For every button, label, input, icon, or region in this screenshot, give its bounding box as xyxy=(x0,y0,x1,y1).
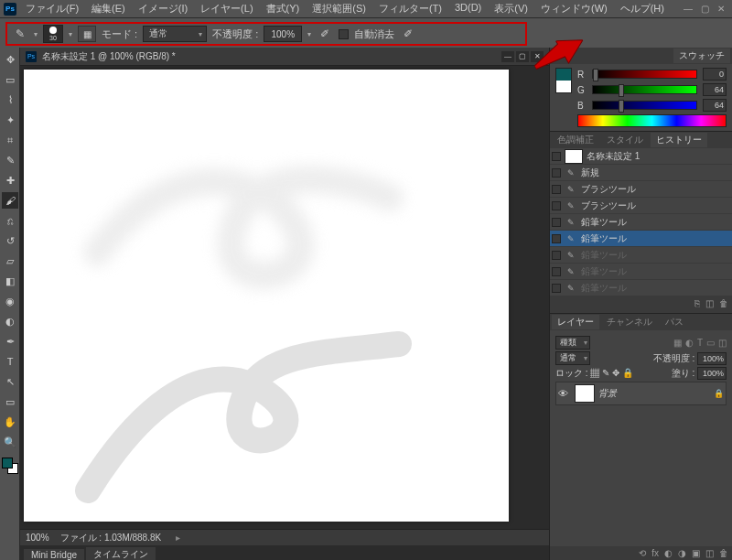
layer-kind-filter[interactable]: 種類 xyxy=(555,336,590,350)
color-sample[interactable] xyxy=(555,68,572,93)
layer-name[interactable]: 背景 xyxy=(598,387,710,400)
crop-tool-icon[interactable]: ⌗ xyxy=(2,132,18,148)
history-step[interactable]: ✎鉛筆ツール xyxy=(550,231,732,247)
canvas[interactable] xyxy=(24,70,509,522)
lock-paint-icon[interactable]: ✎ xyxy=(602,368,609,378)
menu-window[interactable]: ウィンドウ(W) xyxy=(537,1,611,16)
blur-tool-icon[interactable]: ◉ xyxy=(2,293,18,309)
path-select-tool-icon[interactable]: ↖ xyxy=(2,373,18,390)
close-icon[interactable]: ✕ xyxy=(714,3,728,16)
brush-preset-dropdown-icon[interactable]: ▾ xyxy=(69,30,72,38)
fx-icon[interactable]: fx xyxy=(651,548,659,560)
filter-adjust-icon[interactable]: ◐ xyxy=(685,338,694,348)
history-step[interactable]: ✎鉛筆ツール xyxy=(550,280,732,296)
pencil-tool-icon[interactable]: ✎ xyxy=(12,26,28,42)
blend-mode-select[interactable]: 通常 xyxy=(143,26,207,42)
canvas-viewport[interactable] xyxy=(20,66,549,529)
b-value[interactable]: 64 xyxy=(703,99,727,112)
new-layer-icon[interactable]: ◫ xyxy=(705,548,714,560)
filter-type-icon[interactable]: T xyxy=(697,338,703,348)
menu-type[interactable]: 書式(Y) xyxy=(263,1,304,16)
eraser-tool-icon[interactable]: ▱ xyxy=(2,253,18,269)
lock-all-icon[interactable]: 🔒 xyxy=(622,368,633,378)
history-check[interactable] xyxy=(552,218,561,227)
filter-shape-icon[interactable]: ▭ xyxy=(706,338,715,348)
type-tool-icon[interactable]: T xyxy=(2,353,18,370)
history-source-check[interactable] xyxy=(552,152,561,161)
lock-trans-icon[interactable]: ▦ xyxy=(590,368,599,378)
menu-filter[interactable]: フィルター(T) xyxy=(375,1,446,16)
healing-tool-icon[interactable]: ✚ xyxy=(2,172,18,188)
zoom-tool-icon[interactable]: 🔍 xyxy=(2,434,18,450)
menu-image[interactable]: イメージ(I) xyxy=(135,1,191,16)
trash-icon[interactable]: 🗑 xyxy=(719,298,728,311)
menu-view[interactable]: 表示(V) xyxy=(490,1,532,16)
marquee-tool-icon[interactable]: ▭ xyxy=(2,71,18,88)
tab-swatches[interactable]: スウォッチ xyxy=(673,48,730,63)
minimize-icon[interactable]: — xyxy=(681,3,695,16)
menu-select[interactable]: 選択範囲(S) xyxy=(308,1,370,16)
history-step[interactable]: ✎鉛筆ツール xyxy=(550,247,732,264)
visibility-icon[interactable]: 👁 xyxy=(558,388,571,399)
tab-mini-bridge[interactable]: Mini Bridge xyxy=(24,549,84,561)
doc-close-icon[interactable]: ✕ xyxy=(531,51,544,62)
history-check[interactable] xyxy=(552,251,561,260)
zoom-value[interactable]: 100% xyxy=(26,533,49,543)
history-step[interactable]: ✎ブラシツール xyxy=(550,198,732,214)
doc-maximize-icon[interactable]: ▢ xyxy=(516,51,529,62)
lock-move-icon[interactable]: ✥ xyxy=(612,368,619,378)
menu-edit[interactable]: 編集(E) xyxy=(88,1,129,16)
tab-channels[interactable]: チャンネル xyxy=(601,315,658,329)
tab-timeline[interactable]: タイムライン xyxy=(86,547,156,560)
document-tab[interactable]: Ps 名称未設定 1 @ 100% (RGB/8) * — ▢ ✕ xyxy=(20,48,549,66)
history-brush-tool-icon[interactable]: ↺ xyxy=(2,232,18,249)
brush-panel-toggle-icon[interactable]: ▦ xyxy=(78,26,96,42)
b-slider[interactable] xyxy=(592,101,697,110)
shape-tool-icon[interactable]: ▭ xyxy=(2,393,18,410)
snapshot-icon[interactable]: ⎘ xyxy=(694,298,700,311)
new-snapshot-icon[interactable]: ◫ xyxy=(705,298,714,311)
brush-preset-preview[interactable]: 30 xyxy=(43,25,63,43)
r-slider[interactable] xyxy=(592,70,697,79)
opacity-input[interactable]: 100% xyxy=(264,26,302,42)
eyedropper-tool-icon[interactable]: ✎ xyxy=(2,152,18,168)
stamp-tool-icon[interactable]: ⎌ xyxy=(2,212,18,229)
doc-minimize-icon[interactable]: — xyxy=(501,51,514,62)
pressure-opacity-icon[interactable]: ✐ xyxy=(317,26,333,42)
blend-mode-layers[interactable]: 通常 xyxy=(555,351,590,365)
quick-select-tool-icon[interactable]: ✦ xyxy=(2,112,18,128)
layer-row[interactable]: 👁 背景 🔒 xyxy=(555,382,727,405)
history-step[interactable]: ✎鉛筆ツール xyxy=(550,214,732,231)
color-swatches[interactable] xyxy=(2,458,18,474)
foreground-swatch[interactable] xyxy=(2,458,13,468)
history-step[interactable]: ✎新規 xyxy=(550,165,732,181)
history-check[interactable] xyxy=(552,234,561,243)
tab-layers[interactable]: レイヤー xyxy=(552,315,599,329)
adjustment-icon[interactable]: ◑ xyxy=(678,548,686,560)
history-check[interactable] xyxy=(552,284,561,293)
link-layers-icon[interactable]: ⟲ xyxy=(639,548,646,560)
history-check[interactable] xyxy=(552,201,561,210)
hue-strip[interactable] xyxy=(577,114,727,127)
status-dropdown-icon[interactable]: ▸ xyxy=(176,533,180,543)
opacity-dropdown-icon[interactable]: ▾ xyxy=(307,30,311,38)
r-value[interactable]: 0 xyxy=(703,68,727,81)
menu-help[interactable]: ヘルプ(H) xyxy=(617,1,668,16)
history-check[interactable] xyxy=(552,267,561,276)
layers-opacity-value[interactable]: 100% xyxy=(697,352,727,365)
filter-pixel-icon[interactable]: ▦ xyxy=(673,338,682,348)
history-check[interactable] xyxy=(552,168,561,178)
mask-icon[interactable]: ◐ xyxy=(664,548,673,560)
filter-smart-icon[interactable]: ◫ xyxy=(718,338,727,348)
tab-history[interactable]: ヒストリー xyxy=(651,133,707,147)
menu-3d[interactable]: 3D(D) xyxy=(451,1,485,16)
fill-value[interactable]: 100% xyxy=(697,367,727,380)
layer-thumb[interactable] xyxy=(575,384,595,403)
move-tool-icon[interactable]: ✥ xyxy=(2,51,18,68)
auto-erase-checkbox[interactable] xyxy=(339,29,349,39)
tool-preset-dropdown-icon[interactable]: ▾ xyxy=(34,30,38,38)
tab-styles[interactable]: スタイル xyxy=(601,133,649,147)
history-step[interactable]: ✎ブラシツール xyxy=(550,181,732,198)
menu-layer[interactable]: レイヤー(L) xyxy=(197,1,256,16)
dodge-tool-icon[interactable]: ◐ xyxy=(2,313,18,329)
